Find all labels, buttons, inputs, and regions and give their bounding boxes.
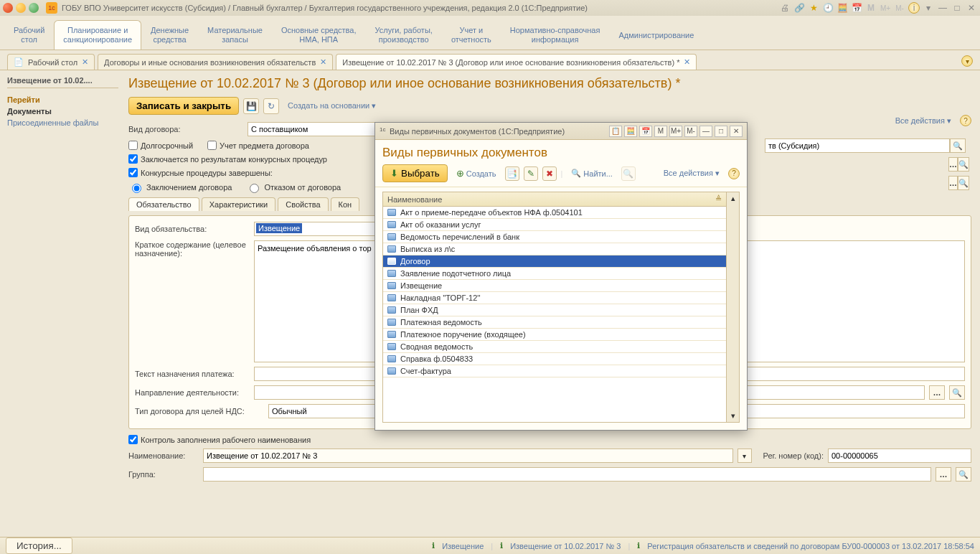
- close-icon[interactable]: ✕: [684, 57, 690, 67]
- toolbar-dropdown-icon[interactable]: ▾: [923, 2, 934, 14]
- grid-row[interactable]: Извещение: [383, 280, 726, 292]
- reg-input[interactable]: [828, 449, 971, 463]
- grid-row[interactable]: Справка ф.0504833: [383, 353, 726, 365]
- scroll-up-icon[interactable]: ▴: [731, 194, 735, 203]
- minimize-window-icon[interactable]: [16, 3, 26, 13]
- dialog-tool-print-icon[interactable]: 📋: [609, 126, 622, 137]
- grid-row[interactable]: Накладная ''ТОРГ-12'': [383, 292, 726, 304]
- delete-icon[interactable]: ✖: [542, 166, 557, 181]
- longterm-checkbox[interactable]: [128, 141, 138, 150]
- grid-row[interactable]: Сводная ведомость: [383, 341, 726, 353]
- competitive-done-checkbox[interactable]: [128, 168, 138, 177]
- dialog-tool-mplus[interactable]: M+: [669, 126, 682, 137]
- close-icon[interactable]: ✕: [82, 57, 88, 67]
- grid-row[interactable]: Ведомость перечислений в банк: [383, 231, 726, 243]
- magnifier-icon[interactable]: 🔍: [958, 157, 969, 172]
- tab-reference[interactable]: Нормативно-справочнаяинформация: [501, 20, 610, 50]
- dialog-tool-calc-icon[interactable]: 🧮: [624, 126, 637, 137]
- toolbar-m-icon[interactable]: M: [865, 2, 877, 14]
- history-button[interactable]: История...: [6, 537, 72, 554]
- sign-radio[interactable]: [132, 184, 141, 193]
- magnifier-icon[interactable]: 🔍: [950, 138, 966, 153]
- toolbar-info-icon[interactable]: i: [908, 2, 920, 14]
- save-close-button[interactable]: Записать и закрыть: [128, 97, 239, 115]
- name-control-checkbox[interactable]: [128, 435, 138, 444]
- toolbar-calendar-icon[interactable]: 📅: [851, 2, 862, 14]
- tab-properties[interactable]: Свойства: [278, 197, 328, 211]
- name-input[interactable]: [203, 449, 733, 463]
- grid-header[interactable]: Наименование ≜: [383, 192, 726, 207]
- toolbar-mplus-icon[interactable]: M+: [880, 2, 891, 14]
- tab-contacts[interactable]: Кон: [331, 197, 360, 211]
- toolbar-star-icon[interactable]: ★: [808, 2, 819, 14]
- create-button[interactable]: ⊕Создать: [452, 167, 501, 179]
- edit-icon[interactable]: ✎: [524, 166, 538, 181]
- magnifier-icon[interactable]: 🔍: [949, 385, 965, 400]
- close-window-icon[interactable]: [3, 3, 13, 13]
- clear-find-icon[interactable]: 🔍: [621, 166, 636, 181]
- doc-tab-notice[interactable]: Извещение от 10.02.2017 № 3 (Договор или…: [336, 54, 697, 70]
- tab-fixed-assets[interactable]: Основные средства,НМА, НПА: [272, 20, 366, 50]
- dialog-min-icon[interactable]: —: [699, 126, 712, 137]
- magnifier-icon[interactable]: 🔍: [956, 467, 971, 482]
- ellipsis-button[interactable]: …: [929, 385, 945, 400]
- refuse-radio[interactable]: [250, 184, 259, 193]
- close-icon[interactable]: ✕: [320, 57, 326, 67]
- toolbar-link-icon[interactable]: 🔗: [793, 2, 805, 14]
- tab-money[interactable]: Денежныесредства: [141, 20, 198, 50]
- sidebar-item-attached[interactable]: Присоединенные файлы: [7, 118, 118, 127]
- dropdown-icon[interactable]: ▾: [738, 449, 752, 463]
- find-button[interactable]: 🔍Найти...: [567, 168, 617, 179]
- toolbar-calc-icon[interactable]: 🧮: [837, 2, 848, 14]
- toolbar-history-icon[interactable]: 🕘: [822, 2, 834, 14]
- maximize-window-icon[interactable]: [29, 3, 39, 13]
- ellipsis-button[interactable]: …: [948, 176, 958, 190]
- tab-materials[interactable]: Материальныезапасы: [198, 20, 272, 50]
- group-input[interactable]: [203, 467, 931, 482]
- dialog-tool-m[interactable]: M: [654, 126, 667, 137]
- competitive-checkbox[interactable]: [128, 154, 138, 164]
- refresh-button[interactable]: ↻: [263, 98, 279, 114]
- copy-icon[interactable]: 📑: [505, 166, 519, 181]
- grid-row[interactable]: План ФХД: [383, 304, 726, 316]
- window-max-icon[interactable]: □: [951, 2, 963, 14]
- dialog-tool-calendar-icon[interactable]: 📅: [639, 126, 652, 137]
- help-icon[interactable]: ?: [728, 168, 740, 179]
- status-notice[interactable]: Извещение: [442, 542, 484, 550]
- organization-input[interactable]: [765, 138, 950, 153]
- contract-type-input[interactable]: [248, 122, 391, 136]
- tab-characteristics[interactable]: Характеристики: [202, 197, 276, 211]
- grid-row[interactable]: Счет-фактура: [383, 365, 726, 377]
- doc-tab-contracts[interactable]: Договоры и иные основания возникновения …: [98, 54, 333, 70]
- grid-row[interactable]: Платежная ведомость: [383, 316, 726, 329]
- ellipsis-button[interactable]: …: [936, 467, 951, 482]
- dialog-max-icon[interactable]: □: [715, 126, 727, 137]
- toolbar-print-icon[interactable]: 🖨: [779, 2, 791, 14]
- sidebar-item-documents[interactable]: Документы: [7, 107, 118, 116]
- tab-obligation[interactable]: Обязательство: [128, 197, 199, 211]
- dialog-close-icon[interactable]: ✕: [730, 126, 743, 137]
- tab-planning[interactable]: Планирование исанкционирование: [54, 20, 141, 50]
- grid-row[interactable]: Платежное поручение (входящее): [383, 329, 726, 341]
- usage-checkbox[interactable]: [207, 141, 217, 150]
- grid-row[interactable]: Акт о приеме-передаче объектов НФА ф.050…: [383, 207, 726, 219]
- scroll-down-icon[interactable]: ▾: [731, 411, 735, 421]
- dialog-tool-mminus[interactable]: M-: [684, 126, 697, 137]
- grid-row[interactable]: Выписка из л\с: [383, 243, 726, 255]
- magnifier-icon[interactable]: 🔍: [958, 176, 969, 190]
- tabbar-expand-icon[interactable]: ▾: [961, 55, 973, 67]
- dialog-all-actions[interactable]: Все действия ▾: [659, 168, 724, 179]
- create-based-dropdown[interactable]: Создать на основании ▾: [283, 100, 380, 111]
- status-registration[interactable]: Регистрация обязательств и сведений по д…: [647, 542, 974, 550]
- tab-services[interactable]: Услуги, работы,производство: [366, 20, 442, 50]
- grid-row[interactable]: Заявление подотчетного лица: [383, 268, 726, 280]
- grid-row[interactable]: Акт об оказании услуг: [383, 219, 726, 231]
- vertical-scrollbar[interactable]: ▴ ▾: [726, 192, 739, 422]
- ellipsis-button[interactable]: …: [948, 157, 958, 172]
- doc-tab-desktop[interactable]: 📄 Рабочий стол ✕: [7, 54, 95, 70]
- tab-desktop[interactable]: Рабочийстол: [4, 20, 54, 50]
- save-button[interactable]: 💾: [243, 98, 259, 114]
- status-notice-detail[interactable]: Извещение от 10.02.2017 № 3: [510, 542, 621, 550]
- tab-admin[interactable]: Администрирование: [609, 20, 703, 50]
- window-close-icon[interactable]: ✕: [966, 2, 977, 14]
